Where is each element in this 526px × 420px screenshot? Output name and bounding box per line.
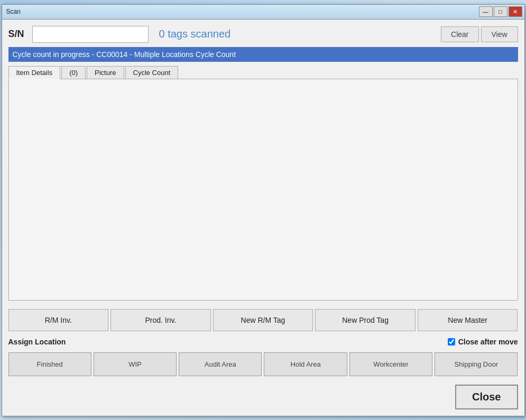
audit-area-button[interactable]: Audit Area xyxy=(179,352,262,376)
tab-cycle-count[interactable]: Cycle Count xyxy=(125,66,179,79)
hold-area-button[interactable]: Hold Area xyxy=(264,352,347,376)
view-button[interactable]: View xyxy=(481,26,518,42)
close-after-move-checkbox[interactable] xyxy=(448,338,455,346)
tab-headers: Item Details (0) Picture Cycle Count xyxy=(8,66,518,79)
new-master-button[interactable]: New Master xyxy=(418,309,518,331)
main-window: Scan — □ ✕ S/N 0 tags scanned Clear View… xyxy=(2,4,525,416)
top-bar: S/N 0 tags scanned Clear View xyxy=(8,26,518,43)
title-bar: Scan — □ ✕ xyxy=(2,5,524,20)
window-title: Scan xyxy=(6,8,21,15)
minimize-button[interactable]: — xyxy=(479,6,493,17)
tab-content-area xyxy=(8,79,518,301)
new-prod-tag-button[interactable]: New Prod Tag xyxy=(315,309,416,331)
tab-count[interactable]: (0) xyxy=(61,66,86,79)
tabs-area: Item Details (0) Picture Cycle Count xyxy=(8,66,518,301)
sn-input[interactable] xyxy=(32,26,149,43)
assign-location-row: Assign Location Close after move xyxy=(8,338,518,346)
workcenter-button[interactable]: Workcenter xyxy=(349,352,432,376)
assign-location-label: Assign Location xyxy=(8,338,66,346)
close-after-move-label: Close after move xyxy=(458,338,518,346)
prod-inv-button[interactable]: Prod. Inv. xyxy=(110,309,211,331)
wip-button[interactable]: WIP xyxy=(94,352,177,376)
sn-label: S/N xyxy=(8,29,27,40)
finished-button[interactable]: Finished xyxy=(8,352,91,376)
clear-button[interactable]: Clear xyxy=(441,26,478,42)
window-content: S/N 0 tags scanned Clear View Cycle coun… xyxy=(2,20,524,416)
close-after-move-group: Close after move xyxy=(448,338,518,346)
window-close-button[interactable]: ✕ xyxy=(509,6,522,17)
shipping-door-button[interactable]: Shipping Door xyxy=(435,352,518,376)
action-buttons-row: R/M Inv. Prod. Inv. New R/M Tag New Prod… xyxy=(8,309,518,331)
cycle-count-bar: Cycle count in progress - CC00014 - Mult… xyxy=(8,47,518,62)
bottom-bar: Close xyxy=(8,385,518,409)
close-button[interactable]: Close xyxy=(455,385,518,409)
tab-picture[interactable]: Picture xyxy=(87,66,124,79)
rm-inv-button[interactable]: R/M Inv. xyxy=(8,309,109,331)
location-buttons-row: Finished WIP Audit Area Hold Area Workce… xyxy=(8,352,518,376)
cycle-count-text: Cycle count in progress - CC00014 - Mult… xyxy=(13,50,236,59)
top-buttons: Clear View xyxy=(441,26,518,42)
tab-item-details[interactable]: Item Details xyxy=(8,66,61,79)
tags-scanned-label: 0 tags scanned xyxy=(159,28,436,40)
maximize-button[interactable]: □ xyxy=(494,6,507,17)
new-rm-tag-button[interactable]: New R/M Tag xyxy=(213,309,313,331)
title-bar-buttons: — □ ✕ xyxy=(479,6,522,17)
